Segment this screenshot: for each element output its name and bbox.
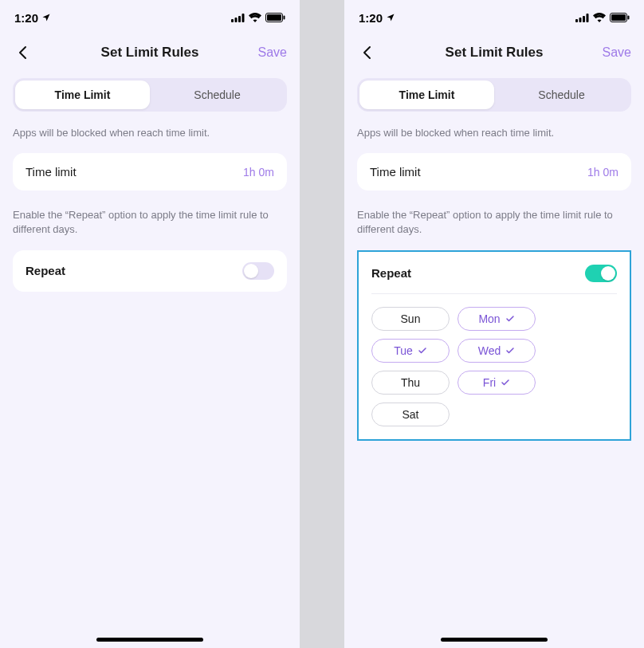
time-limit-label: Time limit	[370, 165, 421, 179]
phone-screen-right: 1:20 Set Limit Rules Save Time Limit	[344, 0, 644, 648]
svg-rect-13	[628, 15, 630, 19]
wifi-icon	[249, 11, 261, 25]
status-time: 1:20	[14, 11, 38, 25]
wifi-icon	[593, 11, 606, 25]
svg-rect-2	[238, 16, 241, 22]
status-left: 1:20	[14, 11, 51, 25]
segmented-control: Time Limit Schedule	[357, 78, 631, 112]
tab-schedule[interactable]: Schedule	[494, 81, 629, 109]
segmented-control: Time Limit Schedule	[13, 78, 287, 112]
day-label: Sat	[402, 408, 418, 421]
home-indicator[interactable]	[96, 638, 203, 642]
repeat-toggle[interactable]	[585, 265, 617, 282]
back-button[interactable]	[357, 43, 376, 62]
location-arrow-icon	[41, 13, 51, 22]
tab-time-limit[interactable]: Time Limit	[359, 81, 494, 109]
day-chip-tue[interactable]: Tue	[371, 339, 450, 363]
day-label: Fri	[483, 376, 496, 389]
battery-full-icon	[610, 11, 630, 25]
tab-time-limit[interactable]: Time Limit	[15, 81, 150, 109]
day-selector: Sun Mon Tue Wed Thu	[371, 307, 617, 426]
time-limit-value: 1h 0m	[243, 166, 274, 179]
chevron-left-icon	[363, 45, 371, 60]
svg-rect-0	[231, 19, 234, 22]
day-chip-sun[interactable]: Sun	[371, 307, 450, 331]
time-limit-value: 1h 0m	[587, 166, 618, 179]
content-area: Time Limit Schedule Apps will be blocked…	[344, 70, 644, 441]
day-label: Sun	[401, 312, 421, 325]
phone-screen-left: 1:20 Set Limit Rules Save Time Limit	[0, 0, 300, 648]
hint-repeat: Enable the “Repeat” option to apply the …	[357, 208, 631, 237]
page-title: Set Limit Rules	[101, 45, 199, 61]
time-limit-card[interactable]: Time limit 1h 0m	[357, 153, 631, 190]
day-chip-wed[interactable]: Wed	[457, 339, 536, 363]
svg-rect-5	[267, 14, 281, 21]
repeat-label: Repeat	[371, 266, 411, 280]
day-label: Mon	[478, 312, 500, 325]
hint-repeat: Enable the “Repeat” option to apply the …	[13, 208, 287, 237]
day-chip-mon[interactable]: Mon	[457, 307, 536, 331]
svg-rect-6	[284, 15, 285, 19]
check-icon	[505, 346, 515, 355]
repeat-toggle[interactable]	[242, 262, 274, 280]
divider	[371, 293, 617, 294]
svg-rect-12	[611, 14, 626, 21]
day-chip-sat[interactable]: Sat	[371, 403, 450, 426]
day-chip-thu[interactable]: Thu	[371, 371, 450, 395]
chevron-left-icon	[18, 45, 27, 60]
tab-schedule[interactable]: Schedule	[150, 81, 285, 109]
time-limit-card[interactable]: Time limit 1h 0m	[13, 153, 287, 190]
hint-blocked: Apps will be blocked when reach time lim…	[357, 126, 631, 140]
day-chip-fri[interactable]: Fri	[457, 371, 536, 395]
page-title: Set Limit Rules	[446, 45, 544, 61]
battery-full-icon	[265, 11, 285, 25]
status-bar: 1:20	[0, 0, 300, 35]
hint-blocked: Apps will be blocked when reach time lim…	[13, 126, 287, 140]
save-button[interactable]: Save	[603, 45, 631, 60]
content-area: Time Limit Schedule Apps will be blocked…	[0, 70, 300, 292]
status-right	[231, 11, 285, 25]
nav-bar: Set Limit Rules Save	[344, 35, 644, 70]
status-bar: 1:20	[344, 0, 644, 35]
nav-bar: Set Limit Rules Save	[0, 35, 300, 70]
svg-rect-8	[579, 18, 582, 22]
repeat-label: Repeat	[26, 264, 65, 277]
save-button[interactable]: Save	[258, 45, 287, 60]
status-right	[575, 11, 630, 25]
back-button[interactable]	[13, 43, 32, 62]
svg-rect-7	[575, 19, 578, 22]
status-time: 1:20	[359, 11, 383, 25]
check-icon	[505, 314, 515, 324]
svg-rect-10	[587, 14, 589, 22]
svg-rect-9	[583, 16, 585, 22]
svg-rect-3	[242, 14, 245, 22]
repeat-card: Repeat Sun Mon Tue Wed	[357, 250, 631, 441]
repeat-card: Repeat	[13, 250, 287, 292]
cellular-icon	[575, 11, 589, 25]
day-label: Wed	[478, 344, 501, 357]
day-label: Tue	[394, 344, 413, 357]
cellular-icon	[231, 11, 245, 25]
day-label: Thu	[401, 376, 420, 389]
home-indicator[interactable]	[441, 638, 548, 642]
check-icon	[418, 346, 427, 355]
time-limit-label: Time limit	[26, 165, 77, 179]
status-left: 1:20	[359, 11, 395, 25]
svg-rect-1	[235, 18, 238, 22]
location-arrow-icon	[386, 13, 395, 22]
check-icon	[501, 378, 510, 387]
